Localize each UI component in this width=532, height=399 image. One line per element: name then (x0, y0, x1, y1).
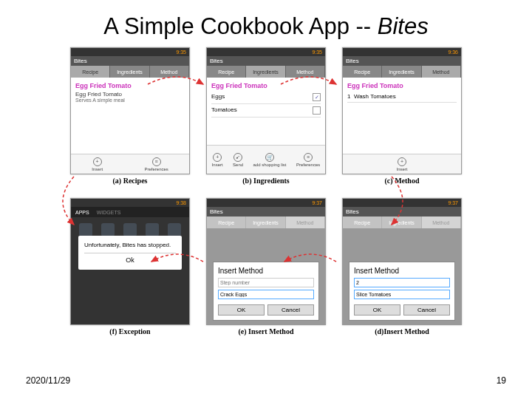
checkbox-icon: ✓ (313, 93, 321, 101)
phone-c-method: 9:36 Bites Recipe Ingredients Method Egg… (342, 47, 462, 174)
checkbox-icon (313, 106, 321, 115)
status-time: 9:35 (176, 50, 186, 55)
caption-b: (b) Ingredients (206, 177, 326, 185)
cancel-button[interactable]: Cancel (267, 304, 314, 316)
caption-a: (a) Recipes (70, 177, 190, 185)
phone-e-insert: 9:37 Bites Recipe Ingredients Method Ins… (206, 198, 326, 325)
ingredient-row[interactable]: Eggs✓ (211, 91, 321, 104)
step-text-input[interactable] (354, 290, 450, 299)
insert-button[interactable]: +Insert (212, 153, 223, 167)
phone-a-recipes: 9:35 Bites Recipe Ingredients Method Egg… (70, 47, 190, 174)
ok-button[interactable]: Ok (84, 253, 176, 264)
insert-button[interactable]: +Insert (396, 157, 407, 171)
tab-ingredients[interactable]: Ingredients (110, 66, 149, 78)
ok-button[interactable]: OK (354, 304, 400, 316)
tab-ingredients[interactable]: Ingredients (246, 66, 285, 78)
phone-f-exception: 9:38 APPSWIDGETS Unfortunately, Bites ha… (70, 198, 190, 325)
ingredient-row[interactable]: Tomatoes (211, 104, 321, 117)
footer-page: 19 (497, 375, 506, 386)
prefs-button[interactable]: ≡Preferences (296, 153, 320, 167)
screenshot-grid: 9:35 Bites Recipe Ingredients Method Egg… (0, 47, 532, 335)
tab-recipe[interactable]: Recipe (71, 66, 110, 78)
ok-button[interactable]: OK (218, 304, 265, 316)
caption-d: (d)Insert Method (342, 327, 462, 335)
slide-title: A Simple Cookbook App -- Bites (0, 0, 532, 47)
footer-date: 2020/11/29 (26, 375, 70, 386)
cancel-button[interactable]: Cancel (403, 304, 450, 316)
phone-b-ingredients: 9:35 Bites Recipe Ingredients Method Egg… (206, 47, 326, 174)
step-number-input[interactable] (354, 278, 450, 287)
caption-f: (f) Exception (70, 327, 190, 335)
step-text-input[interactable] (218, 290, 314, 299)
tab-recipe[interactable]: Recipe (207, 66, 246, 78)
method-step: 1 Wash Tomatoes (347, 91, 457, 103)
step-number-input[interactable] (218, 278, 314, 287)
caption-e: (e) Insert Method (206, 327, 326, 335)
phone-d-insert: 9:37 Bites Recipe Ingredients Method Ins… (342, 198, 462, 325)
insert-method-dialog: Insert Method OK Cancel (213, 262, 319, 321)
tab-method[interactable]: Method (286, 66, 325, 78)
insert-method-dialog: Insert Method OK Cancel (349, 262, 455, 321)
tab-method[interactable]: Method (422, 66, 461, 78)
shopping-button[interactable]: 🛒add shopping list (253, 153, 287, 167)
tab-bar: Recipe Ingredients Method (71, 66, 189, 78)
caption-c: (c) Method (342, 177, 462, 185)
tab-ingredients[interactable]: Ingredients (382, 66, 421, 78)
prefs-button[interactable]: ≡Preferences (144, 157, 168, 171)
insert-button[interactable]: +Insert (92, 157, 103, 171)
app-title: Bites (71, 56, 189, 66)
send-button[interactable]: ➹Send (233, 153, 243, 167)
tab-method[interactable]: Method (150, 66, 189, 78)
recipe-title: Egg Fried Tomato (75, 82, 185, 89)
error-dialog: Unfortunately, Bites has stopped. Ok (78, 236, 182, 270)
recipe-desc: Serves A simple meal (75, 98, 185, 103)
tab-recipe[interactable]: Recipe (343, 66, 382, 78)
